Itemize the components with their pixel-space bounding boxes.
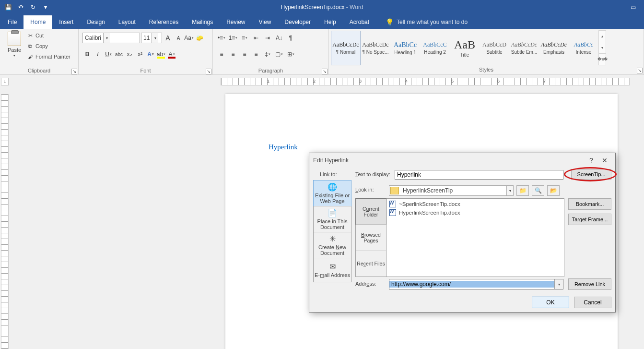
tab-view[interactable]: View [252, 15, 278, 29]
tab-insert[interactable]: Insert [52, 15, 80, 29]
increase-indent-button[interactable]: ⇥ [263, 33, 272, 43]
numbering-button[interactable]: 1≡ [228, 33, 238, 43]
remove-link-button[interactable]: Remove Link [568, 278, 611, 290]
tab-acrobat[interactable]: Acrobat [343, 15, 376, 29]
screentip-button[interactable]: ScreenTip... [571, 169, 611, 180]
highlight-button[interactable]: ab [156, 49, 166, 60]
clear-format-button[interactable]: 🧽 [195, 33, 204, 43]
align-left-button[interactable]: ≡ [217, 49, 226, 60]
ok-button[interactable]: OK [532, 297, 569, 308]
font-name-combo[interactable]: Calibri▾ [82, 33, 140, 43]
line-spacing-button[interactable]: ‡ [263, 49, 272, 60]
list-item[interactable]: ~SperlinkScreenTip.docx [387, 200, 563, 208]
chevron-down-icon[interactable]: ▾ [506, 186, 513, 195]
linkto-create-new[interactable]: ✳Create New Document [314, 232, 351, 258]
align-center-button[interactable]: ≡ [228, 49, 238, 60]
copy-button[interactable]: ⧉Copy [27, 41, 70, 51]
tab-file[interactable]: File [1, 15, 23, 29]
browsed-pages-tab[interactable]: Browsed Pages [356, 224, 386, 250]
underline-button[interactable]: U [104, 49, 113, 60]
bookmark-button[interactable]: Bookmark... [568, 198, 611, 210]
align-justify-button[interactable]: ≡ [251, 49, 261, 60]
style-emphasis[interactable]: AaBbCcDcEmphasis [539, 31, 569, 65]
undo-dropdown-icon[interactable]: ▾ [22, 5, 23, 9]
clipboard-launcher-icon[interactable]: ↘ [71, 69, 77, 74]
address-combo[interactable]: http://www.google.com/ ▾ [389, 279, 563, 289]
style-subtitle[interactable]: AaBbCcDSubtitle [480, 31, 509, 65]
file-list[interactable]: ~SperlinkScreenTip.docx HyperlinkScreenT… [386, 199, 564, 277]
linkto-place-in-document[interactable]: 📄Place in This Document [314, 206, 351, 232]
text-effects-button[interactable]: A [146, 49, 155, 60]
cut-button[interactable]: ✂Cut [27, 31, 70, 40]
close-icon[interactable]: ✕ [598, 156, 611, 164]
tab-mailings[interactable]: Mailings [185, 15, 220, 29]
font-launcher-icon[interactable]: ↘ [206, 69, 211, 74]
tab-developer[interactable]: Developer [278, 15, 317, 29]
browse-file-icon[interactable]: 📂 [547, 185, 560, 196]
bullets-button[interactable]: •≡ [217, 33, 226, 43]
format-painter-button[interactable]: 🖌Format Painter [27, 52, 70, 61]
vertical-ruler[interactable] [1, 94, 9, 349]
align-right-button[interactable]: ≡ [240, 49, 249, 60]
styles-launcher-icon[interactable]: ↘ [637, 68, 643, 73]
style-heading1[interactable]: AaBbCcHeading 1 [390, 31, 420, 65]
text-to-display-input[interactable] [395, 170, 563, 180]
chevron-down-icon[interactable]: ▾ [554, 279, 563, 289]
tab-layout[interactable]: Layout [112, 15, 142, 29]
paragraph-launcher-icon[interactable]: ↘ [322, 69, 328, 74]
decrease-indent-button[interactable]: ⇤ [251, 33, 261, 43]
chevron-down-icon[interactable]: ▾ [103, 33, 110, 43]
tab-home[interactable]: Home [23, 15, 52, 29]
styles-down-icon[interactable]: ▾ [598, 42, 606, 54]
save-icon[interactable]: 💾 [3, 2, 13, 12]
tab-help[interactable]: Help [317, 15, 343, 29]
ribbon-options-icon[interactable]: ▭ [622, 0, 644, 14]
tab-review[interactable]: Review [220, 15, 252, 29]
recent-files-tab[interactable]: Recent Files [356, 251, 386, 277]
style-heading2[interactable]: AaBbCcCHeading 2 [420, 31, 450, 65]
font-color-button[interactable]: A [167, 49, 176, 60]
shading-button[interactable]: ▢ [274, 49, 284, 60]
hyperlink-text[interactable]: Hyperlink [269, 143, 298, 151]
list-item[interactable]: HyperlinkScreenTip.docx [387, 208, 563, 217]
lookin-combo[interactable]: HyperlinkScreenTip▾ [389, 185, 514, 196]
paste-button[interactable]: Paste ▾ [4, 31, 25, 65]
sort-button[interactable]: A↓ [274, 33, 284, 43]
subscript-button[interactable]: x₂ [125, 49, 134, 60]
current-folder-tab[interactable]: Current Folder [355, 198, 386, 225]
linkto-email[interactable]: ✉E-mail Address [314, 258, 351, 282]
tell-me-search[interactable]: 💡 Tell me what you want to do [386, 15, 468, 29]
font-size-combo[interactable]: 11▾ [141, 33, 162, 43]
borders-button[interactable]: ⊞ [286, 49, 295, 60]
styles-gallery[interactable]: AaBbCcDc¶ Normal AaBbCcDc¶ No Spac... Aa… [331, 31, 642, 65]
tab-design[interactable]: Design [80, 15, 111, 29]
address-value[interactable]: http://www.google.com/ [389, 281, 554, 288]
redo-icon[interactable]: ↻ [28, 2, 38, 12]
tab-selector-icon[interactable]: L [1, 78, 9, 85]
italic-button[interactable]: I [93, 49, 103, 60]
help-icon[interactable]: ? [585, 156, 598, 164]
paste-dropdown-icon[interactable]: ▾ [13, 54, 15, 58]
undo-icon[interactable]: ↶▾ [15, 2, 26, 12]
chevron-down-icon[interactable]: ▾ [152, 33, 158, 43]
style-no-spacing[interactable]: AaBbCcDc¶ No Spac... [361, 31, 390, 65]
browse-web-icon[interactable]: 🔍 [532, 185, 544, 196]
styles-up-icon[interactable]: ▴ [598, 30, 606, 42]
strike-button[interactable]: abc [114, 49, 124, 60]
multilevel-button[interactable]: ≡ [240, 33, 249, 43]
bold-button[interactable]: B [82, 49, 92, 60]
horizontal-ruler[interactable]: 1 2 3 4 5 6 7 [221, 78, 630, 85]
qat-customize-icon[interactable]: ▾ [40, 2, 51, 12]
style-title[interactable]: AaBTitle [450, 31, 480, 65]
cancel-button[interactable]: Cancel [574, 297, 611, 308]
change-case-button[interactable]: Aa [184, 33, 194, 43]
target-frame-button[interactable]: Target Frame... [568, 214, 611, 225]
tab-references[interactable]: References [142, 15, 185, 29]
shrink-font-button[interactable]: A [174, 33, 183, 43]
style-subtle-emphasis[interactable]: AaBbCcDcSubtle Em... [509, 31, 539, 65]
style-normal[interactable]: AaBbCcDc¶ Normal [331, 31, 361, 65]
up-folder-icon[interactable]: 📁 [516, 185, 529, 196]
linkto-existing-file[interactable]: 🌐Existing File or Web Page [313, 180, 351, 206]
superscript-button[interactable]: x² [135, 49, 145, 60]
grow-font-button[interactable]: A [163, 33, 173, 43]
